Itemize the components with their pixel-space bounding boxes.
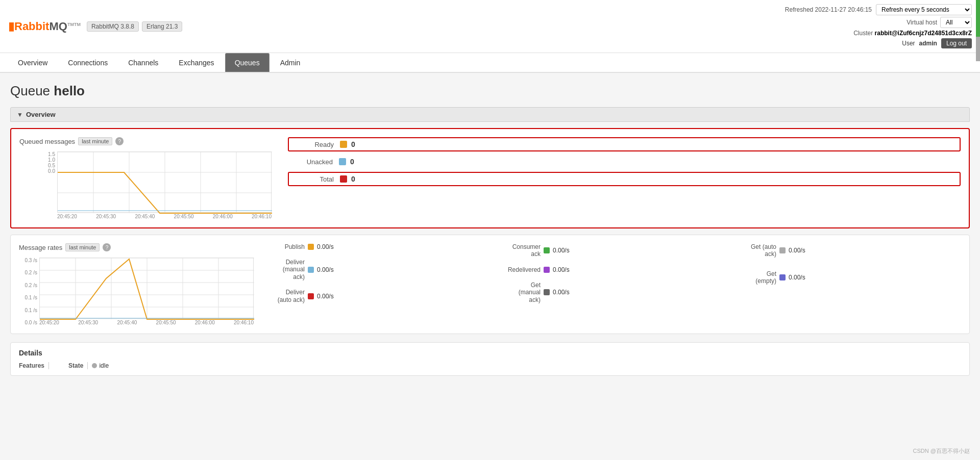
consumer-ack-value: 0.00/s — [553, 247, 570, 254]
get-empty-label: Get(empty) — [736, 270, 776, 285]
get-empty-color — [779, 274, 786, 280]
overview-section-title: Overview — [26, 111, 56, 118]
nav-item-exchanges[interactable]: Exchanges — [169, 53, 224, 72]
nav-item-admin[interactable]: Admin — [271, 53, 310, 72]
cluster-label: Cluster — [853, 30, 873, 37]
features-label: Features — [19, 362, 49, 369]
queue-name: hello — [54, 83, 85, 98]
user-row: User admin Log out — [902, 38, 972, 48]
nav-item-queues[interactable]: Queues — [225, 53, 270, 72]
rates-y-labels: 0.3 /s 0.2 /s 0.2 /s 0.1 /s 0.1 /s 0.0 /… — [19, 258, 37, 325]
main-content: Queue hello ▼ Overview Queued messages l… — [0, 73, 980, 460]
rates-col-1: Publish 0.00/s Deliver(manualack) 0.00/s… — [264, 243, 489, 303]
deliver-manual-color — [308, 267, 314, 273]
rates-col-3: Get (autoack) 0.00/s Get(empty) 0.00/s — [736, 243, 961, 303]
state-label: State — [68, 362, 88, 369]
features-col: Features — [19, 362, 53, 369]
virtual-host-label: Virtual host — [906, 19, 937, 26]
ready-color-box — [340, 141, 347, 148]
queued-messages-label: Queued messages last minute ? — [19, 137, 272, 145]
details-row: Features State idle — [19, 362, 961, 369]
rates-chart-col: 20:45:20 20:45:30 20:45:40 20:45:50 20:4… — [39, 258, 254, 325]
logo: ▮RabbitMQTMTM — [8, 20, 81, 33]
unacked-color-box — [339, 158, 346, 165]
deliver-auto-color — [308, 293, 314, 299]
get-auto-label: Get (autoack) — [736, 243, 776, 258]
logo-rabbit-text: ▮RabbitMQTM — [8, 20, 74, 33]
refreshed-time: Refreshed 2022-11-27 20:46:15 — [785, 6, 872, 13]
deliver-auto-value: 0.00/s — [317, 293, 334, 300]
virtual-host-select[interactable]: All — [940, 17, 972, 28]
queued-time-range-badge: last minute — [78, 137, 112, 145]
queued-chart — [57, 151, 272, 213]
queued-y-labels: 1.5 1.0 0.5 0.0 — [40, 151, 55, 174]
logout-button[interactable]: Log out — [941, 38, 972, 48]
queued-x-labels: 20:45:20 20:45:30 20:45:40 20:45:50 20:4… — [57, 214, 272, 219]
rates-time-range-badge: last minute — [65, 243, 100, 251]
details-title: Details — [19, 349, 961, 357]
total-label: Total — [293, 175, 334, 183]
consumer-ack-rate-item: Consumerack 0.00/s — [500, 243, 725, 258]
version-badges: RabbitMQ 3.8.8 Erlang 21.3 — [87, 21, 182, 32]
virtual-host-row: Virtual host All — [906, 17, 972, 28]
total-color-box — [340, 175, 347, 183]
rates-stats-grid: Publish 0.00/s Deliver(manualack) 0.00/s… — [264, 243, 961, 325]
cluster-row: Cluster rabbit@iZuf6cnjz7d24851d3cx8rZ — [853, 30, 972, 37]
rates-col-2: Consumerack 0.00/s Redelivered 0.00/s Ge… — [500, 243, 725, 303]
get-manual-label: Get(manualack) — [500, 282, 541, 303]
state-col: State idle — [68, 362, 109, 369]
unacked-value: 0 — [350, 158, 354, 166]
user-name: admin — [919, 40, 937, 47]
nav-item-overview[interactable]: Overview — [8, 53, 57, 72]
rates-help-icon[interactable]: ? — [103, 243, 111, 251]
deliver-auto-label: Deliver(auto ack) — [264, 289, 305, 303]
publish-label: Publish — [264, 243, 305, 250]
consumer-ack-label: Consumerack — [500, 243, 541, 258]
get-manual-value: 0.00/s — [553, 289, 570, 296]
queued-stats: Ready 0 Unacked 0 Total 0 — [292, 137, 961, 190]
rates-chart-area: Message rates last minute ? 0.3 /s 0.2 /… — [19, 243, 254, 325]
nav-item-channels[interactable]: Channels — [118, 53, 168, 72]
ready-stat-row: Ready 0 — [288, 137, 961, 151]
status-bar — [976, 0, 980, 61]
total-stat-row: Total 0 — [288, 172, 961, 186]
overview-section-header[interactable]: ▼ Overview — [10, 107, 970, 122]
state-text: idle — [99, 362, 109, 369]
message-rates-panel: Message rates last minute ? 0.3 /s 0.2 /… — [10, 235, 970, 334]
get-auto-color — [779, 247, 786, 253]
state-value: idle — [92, 362, 109, 369]
publish-rate-item: Publish 0.00/s — [264, 243, 489, 250]
watermark: CSDN @百思不得小赵 — [913, 447, 970, 455]
rates-chart — [39, 258, 254, 319]
get-auto-value: 0.00/s — [789, 247, 805, 254]
publish-color — [308, 244, 314, 250]
user-label: User — [902, 40, 915, 47]
get-auto-rate-item: Get (autoack) 0.00/s — [736, 243, 961, 258]
queued-help-icon[interactable]: ? — [115, 137, 124, 145]
top-bar: ▮RabbitMQTMTM RabbitMQ 3.8.8 Erlang 21.3… — [0, 0, 980, 53]
section-arrow-icon: ▼ — [17, 111, 23, 118]
deliver-manual-label: Deliver(manualack) — [264, 259, 305, 280]
get-empty-value: 0.00/s — [789, 274, 805, 281]
nav-item-connections[interactable]: Connections — [58, 53, 117, 72]
consumer-ack-color — [544, 247, 550, 253]
deliver-manual-value: 0.00/s — [317, 266, 334, 273]
details-section: Details Features State idle — [10, 342, 970, 376]
redelivered-rate-item: Redelivered 0.00/s — [500, 266, 725, 273]
rates-x-labels: 20:45:20 20:45:30 20:45:40 20:45:50 20:4… — [39, 320, 254, 325]
top-right: Refreshed 2022-11-27 20:46:15 Refresh ev… — [785, 4, 972, 48]
logo-tm: TM — [74, 21, 81, 27]
redelivered-color — [544, 267, 550, 273]
rates-chart-wrapper: 0.3 /s 0.2 /s 0.2 /s 0.1 /s 0.1 /s 0.0 /… — [19, 258, 254, 325]
redelivered-label: Redelivered — [500, 266, 541, 273]
deliver-manual-rate-item: Deliver(manualack) 0.00/s — [264, 259, 489, 280]
get-manual-rate-item: Get(manualack) 0.00/s — [500, 282, 725, 303]
total-value: 0 — [351, 175, 355, 183]
page-title: Queue hello — [10, 83, 970, 99]
refresh-select[interactable]: Refresh every 5 seconds No refresh Refre… — [876, 4, 972, 15]
get-empty-rate-item: Get(empty) 0.00/s — [736, 270, 961, 285]
unacked-label: Unacked — [292, 158, 333, 166]
redelivered-value: 0.00/s — [553, 266, 570, 273]
ready-label: Ready — [293, 141, 334, 148]
unacked-stat-row: Unacked 0 — [292, 156, 961, 168]
